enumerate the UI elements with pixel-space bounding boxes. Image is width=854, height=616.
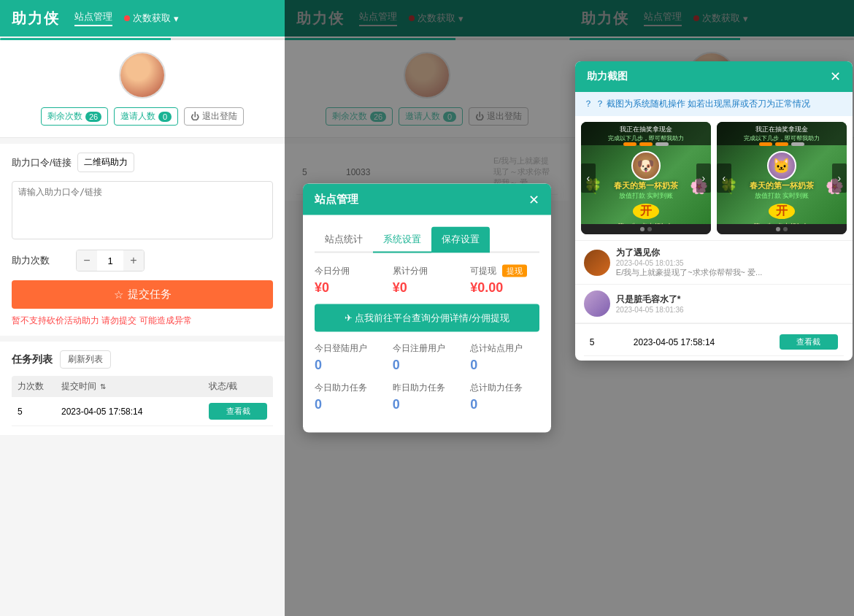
stats-row-3: 今日助力任务 0 昨日助力任务 0 总计助力任务 0: [315, 382, 539, 412]
ss2-step-dots: [717, 142, 847, 146]
stats-row-2: 今日登陆用户 0 今日注册用户 0 总计站点用户 0: [315, 342, 539, 373]
today-register-value: 0: [393, 358, 462, 373]
ss2-step: 第一步: 点击领红包: [753, 222, 809, 224]
today-commission-label: 今日分佣: [315, 265, 384, 277]
ss2-title: 春天的第一杯奶茶: [750, 180, 814, 191]
panel-main: 助力侠 站点管理 次数获取 ▾ 剩余次数 26 邀请人数 0: [0, 0, 285, 616]
form-section: 助力口令/链接 二维码助力 助力次数 − 1 + ☆ 提交任务 暂不支持砍价活动…: [0, 144, 285, 336]
submit-task-btn[interactable]: ☆ 提交任务: [12, 280, 273, 309]
col-times: 力次数: [18, 380, 61, 393]
site-management-modal: 站点管理 ✕ 站点统计 系统设置 保存设置 今日分佣 ¥0 累计分佣 ¥0: [303, 184, 551, 433]
ss-view-btn[interactable]: 查看截: [780, 334, 838, 350]
chat-name-2: 只是脏毛容水了*: [616, 293, 844, 306]
modal-body: 站点统计 系统设置 保存设置 今日分佣 ¥0 累计分佣 ¥0 可提现 提现: [303, 215, 551, 433]
ss2-avatar: 🐱: [767, 151, 796, 180]
modal-tabs: 站点统计 系统设置 保存设置: [315, 227, 539, 253]
warning-text: 暂不支持砍价活动助力 请勿提交 可能造成异常: [12, 315, 273, 327]
withdraw-badge[interactable]: 提现: [502, 265, 527, 277]
chat-item-2: 只是脏毛容水了* 2023-04-05 18:01:36: [575, 285, 853, 323]
ss1-dots: [581, 224, 711, 234]
qr-btn[interactable]: 二维码助力: [77, 153, 134, 172]
ss1-step: 第一步: 点击领红包: [618, 222, 674, 224]
chat-item-1: 为了遇见你 2023-04-05 18:01:35 E/我与上就豪提现了~求求你…: [575, 241, 853, 285]
nav-times-get[interactable]: 次数获取 ▾: [124, 12, 179, 25]
screenshots-grid: ‹ 我正在抽奖拿现金 完成以下几步，即可帮我助力 🍀 🌸: [575, 116, 853, 240]
task-table-header: 力次数 提交时间 ⇅ 状态/截: [12, 376, 273, 397]
chat-name-1: 为了遇见你: [616, 247, 844, 259]
screenshot-modal-title: 助力截图: [587, 70, 628, 83]
ss-task-time: 2023-04-05 17:58:14: [634, 337, 780, 347]
chat-time-1: 2023-04-05 18:01:35: [616, 259, 844, 267]
screenshot-card-1: ‹ 我正在抽奖拿现金 完成以下几步，即可帮我助力 🍀 🌸: [581, 122, 711, 234]
stepper-minus[interactable]: −: [77, 250, 97, 271]
screenshot-modal-close-btn[interactable]: ✕: [830, 70, 841, 83]
avatar-image: [120, 53, 164, 97]
cta-btn[interactable]: ✈ 点我前往平台查询分佣详情/分佣提现: [315, 304, 539, 332]
today-register-label: 今日注册用户: [393, 342, 462, 355]
panel-modal-screenshot: 助力侠 站点管理 次数获取 ▾ 剩余次数 26 邀请人数 0: [569, 0, 854, 616]
ss1-subtitle: 放值打款 实时到账: [619, 191, 674, 201]
stat-today-login: 今日登陆用户 0: [315, 342, 384, 373]
tab-system-settings[interactable]: 系统设置: [373, 227, 431, 253]
logout-btn[interactable]: ⏻ 退出登陆: [184, 107, 244, 126]
ss2-next-btn[interactable]: ›: [832, 163, 847, 193]
ss1-title: 春天的第一杯奶茶: [614, 180, 678, 191]
screenshot-modal: 助力截图 ✕ ？ ？ 截图为系统随机操作 如若出现黑屏或否刀为正常情况 ‹ 我正…: [575, 61, 853, 361]
chat-avatar-2: [584, 290, 610, 317]
slogan-row: 助力口令/链接 二维码助力: [12, 153, 273, 172]
slogan-input[interactable]: [12, 181, 273, 239]
chat-avatar-1: [584, 250, 610, 276]
remaining-times-btn[interactable]: 剩余次数 26: [41, 107, 108, 126]
view-screenshot-btn[interactable]: 查看截: [209, 403, 267, 420]
slogan-label: 助力口令/链接: [12, 156, 72, 169]
ss2-dot-2: [783, 227, 788, 231]
total-tasks-label: 总计助力任务: [470, 382, 539, 394]
chevron-down-icon: ▾: [174, 13, 179, 24]
modal-close-btn[interactable]: ✕: [528, 193, 539, 206]
profile-section: 剩余次数 26 邀请人数 0 ⏻ 退出登陆: [0, 40, 285, 138]
yesterday-tasks-value: 0: [393, 397, 462, 412]
screenshot-card-2: ‹ 我正在抽奖拿现金 完成以下几步，即可帮我助力 🍀 🌸 🐱 春天的第一杯奶茶: [717, 122, 847, 234]
col-status: 状态/截: [209, 380, 267, 393]
ss2-image: 我正在抽奖拿现金 完成以下几步，即可帮我助力 🍀 🌸 🐱 春天的第一杯奶茶 放值…: [717, 122, 847, 224]
col-time: 提交时间 ⇅: [61, 380, 209, 393]
nav-times-get-label: 次数获取: [133, 12, 171, 25]
ss1-next-btn[interactable]: ›: [696, 163, 711, 193]
refresh-btn[interactable]: 刷新列表: [60, 350, 111, 369]
ss2-open-btn: 开: [769, 204, 795, 219]
today-login-label: 今日登陆用户: [315, 342, 384, 355]
stat-today-tasks: 今日助力任务 0: [315, 382, 384, 412]
total-users-label: 总计站点用户: [470, 342, 539, 355]
screenshot-modal-header: 助力截图 ✕: [575, 61, 853, 92]
ss1-prev-btn[interactable]: ‹: [581, 163, 596, 193]
power-icon: ⏻: [191, 112, 199, 122]
nav-site-management-label: 站点管理: [74, 10, 112, 23]
stat-withdrawable: 可提现 提现 ¥0.00: [470, 265, 539, 296]
ss-task-times: 5: [590, 337, 634, 347]
ss1-image: 我正在抽奖拿现金 完成以下几步，即可帮我助力 🍀 🌸 🐶 春天的第一杯奶茶: [581, 122, 711, 224]
ss1-step-dots: [581, 142, 711, 146]
table-row: 5 2023-04-05 17:58:14 查看截: [12, 397, 273, 426]
chat-time-2: 2023-04-05 18:01:36: [616, 306, 844, 314]
times-row: 助力次数 − 1 +: [12, 250, 273, 272]
invite-label: 邀请人数: [120, 110, 155, 123]
stepper-plus[interactable]: +: [123, 250, 144, 271]
tab-site-stats[interactable]: 站点统计: [315, 227, 373, 253]
ss2-dots: [717, 224, 847, 234]
ss1-avatar: 🐶: [631, 151, 661, 180]
nav-site-management[interactable]: 站点管理: [74, 10, 112, 26]
ss2-prev-btn[interactable]: ‹: [717, 163, 731, 193]
withdrawable-value: ¥0.00: [470, 280, 539, 296]
task-times: 5: [18, 407, 61, 417]
stats-row-1: 今日分佣 ¥0 累计分佣 ¥0 可提现 提现 ¥0.00: [315, 265, 539, 296]
chat-section: 为了遇见你 2023-04-05 18:01:35 E/我与上就豪提现了~求求你…: [575, 240, 853, 323]
total-commission-label: 累计分佣: [393, 265, 462, 277]
times-stepper: − 1 +: [76, 250, 145, 272]
chat-info-1: 为了遇见你 2023-04-05 18:01:35 E/我与上就豪提现了~求求你…: [616, 247, 844, 278]
invite-count-btn[interactable]: 邀请人数 0: [114, 107, 178, 126]
task-header: 任务列表 刷新列表: [12, 350, 273, 369]
remaining-label: 剩余次数: [47, 110, 82, 123]
avatar: [119, 52, 166, 99]
ss2-dot-1: [776, 227, 780, 231]
tab-save-settings[interactable]: 保存设置: [431, 227, 490, 253]
